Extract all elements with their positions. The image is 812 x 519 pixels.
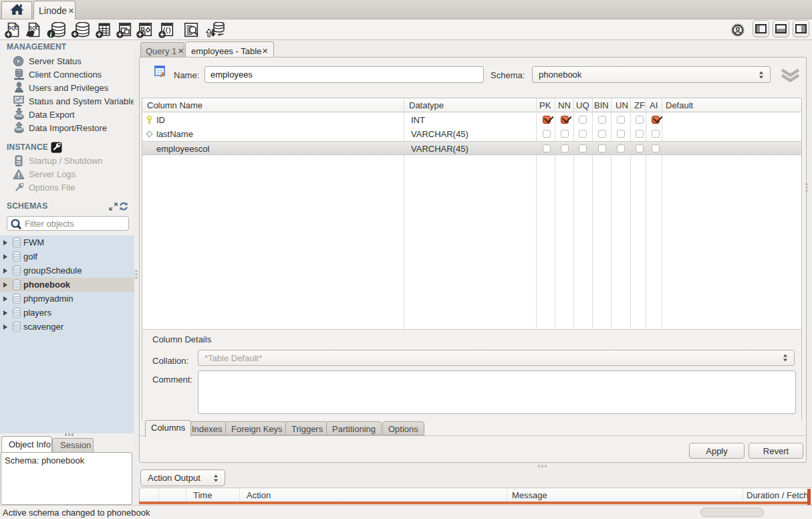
svg-text:SQL: SQL — [9, 25, 18, 31]
svg-text:SQL: SQL — [29, 25, 39, 31]
